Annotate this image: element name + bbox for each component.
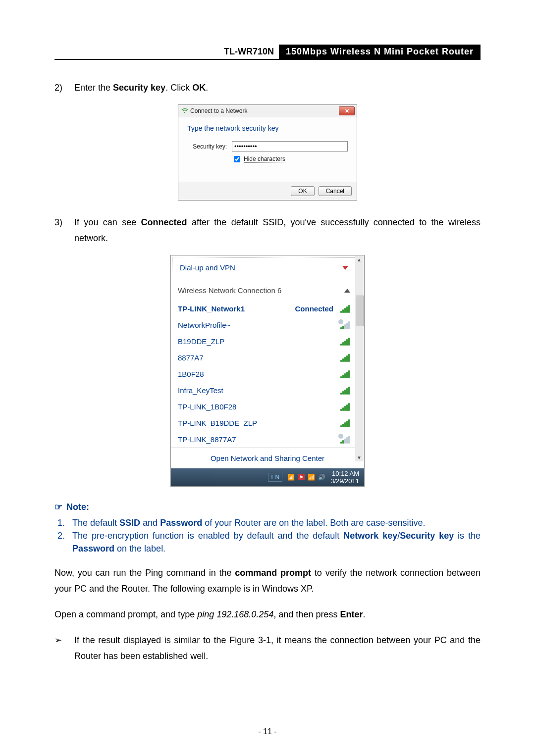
wifi-network-item[interactable]: TP-LINK_Network1Connected <box>171 301 364 317</box>
signal-strength-icon <box>340 321 350 329</box>
language-indicator[interactable]: EN <box>268 473 282 482</box>
dialup-section[interactable]: Dial-up and VPN <box>172 257 363 278</box>
bullet-item: ➢ If the result displayed is similar to … <box>54 632 481 664</box>
security-key-label: Security key: <box>187 143 227 150</box>
note-number: 2. <box>57 529 72 555</box>
pointing-hand-icon: ☞ <box>54 502 62 512</box>
signal-strength-icon <box>340 419 350 427</box>
step-number: 3) <box>54 214 74 246</box>
volume-icon: 🔊 <box>318 474 325 481</box>
cancel-button[interactable]: Cancel <box>319 186 352 196</box>
model-description: 150Mbps Wireless N Mini Pocket Router <box>279 45 481 59</box>
bullet-mark: ➢ <box>54 632 74 664</box>
paragraph: Now, you can run the Ping command in the… <box>54 565 481 597</box>
connection-status: Connected <box>295 304 333 313</box>
note-text: The pre-encryption function is enabled b… <box>72 529 481 555</box>
wifi-network-item[interactable]: NetworkProfile~ <box>171 317 364 333</box>
close-icon[interactable]: ✕ <box>339 106 355 115</box>
signal-strength-icon <box>340 338 350 346</box>
paragraph: Open a command prompt, and type ping 192… <box>54 606 481 622</box>
ssid-label: TP-LINK_Network1 <box>178 304 245 313</box>
manual-header: TL-WR710N 150Mbps Wireless N Mini Pocket… <box>54 45 481 60</box>
scroll-thumb[interactable] <box>356 296 364 326</box>
step-2: 2) Enter the Security key. Click OK. <box>54 80 481 96</box>
ssid-label: Infra_KeyTest <box>178 386 223 395</box>
dialog-title: Connect to a Network <box>190 107 247 114</box>
wifi-network-item[interactable]: 1B0F28 <box>171 366 364 382</box>
scroll-up-icon[interactable]: ▲ <box>357 256 362 263</box>
signal-icon: 📶 <box>308 474 315 481</box>
section-label: Wireless Network Connection 6 <box>178 286 281 295</box>
chevron-up-icon <box>344 289 350 293</box>
ssid-label: 1B0F28 <box>178 370 204 378</box>
open-network-center-link[interactable]: Open Network and Sharing Center <box>171 448 364 468</box>
note-list: 1. The default SSID and Password of your… <box>57 516 481 555</box>
ok-button[interactable]: OK <box>291 186 314 196</box>
page-number: - 11 - <box>0 727 535 736</box>
connect-network-dialog: Connect to a Network ✕ Type the network … <box>178 104 357 201</box>
security-key-input[interactable] <box>232 141 348 151</box>
flag-icon: ⚑ <box>298 474 305 480</box>
signal-strength-icon <box>340 436 350 444</box>
step-text: Enter the Security key. Click OK. <box>74 80 481 96</box>
dialog-instruction: Type the network security key <box>187 124 348 132</box>
wifi-network-item[interactable]: TP-LINK_8877A7 <box>171 431 364 448</box>
wifi-network-item[interactable]: TP-LINK_B19DDE_ZLP <box>171 415 364 431</box>
wifi-network-item[interactable]: Infra_KeyTest <box>171 382 364 399</box>
wlan-section[interactable]: Wireless Network Connection 6 <box>171 280 364 301</box>
note-number: 1. <box>57 516 72 529</box>
step-text: If you can see Connected after the defau… <box>74 214 481 246</box>
signal-strength-icon <box>340 387 350 395</box>
warning-icon <box>338 319 343 324</box>
ssid-label: TP-LINK_B19DDE_ZLP <box>178 419 257 427</box>
wifi-icon <box>181 107 188 114</box>
ssid-label: B19DDE_ZLP <box>178 337 224 346</box>
ssid-label: NetworkProfile~ <box>178 321 230 329</box>
hide-characters-label: Hide characters <box>244 155 285 163</box>
scroll-down-icon[interactable]: ▼ <box>357 454 362 461</box>
hide-characters-checkbox[interactable] <box>234 156 240 162</box>
signal-strength-icon <box>340 370 350 378</box>
scrollbar[interactable]: ▲ ▼ <box>355 256 364 461</box>
model-number: TL-WR710N <box>219 45 279 59</box>
chevron-down-icon <box>342 266 348 270</box>
warning-icon <box>338 434 343 439</box>
note-text: The default SSID and Password of your Ro… <box>72 516 481 529</box>
wifi-network-flyout: ▲ ▼ Dial-up and VPN Wireless Network Con… <box>170 255 365 487</box>
taskbar-clock: 10:12 AM 3/29/2011 <box>330 470 359 485</box>
wifi-network-item[interactable]: 8877A7 <box>171 350 364 366</box>
wifi-network-item[interactable]: B19DDE_ZLP <box>171 333 364 350</box>
note-heading: ☞ Note: <box>54 502 481 512</box>
step-number: 2) <box>54 80 74 96</box>
dialog-titlebar: Connect to a Network ✕ <box>178 105 357 117</box>
step-3: 3) If you can see Connected after the de… <box>54 214 481 246</box>
ssid-label: 8877A7 <box>178 353 204 362</box>
signal-strength-icon <box>340 354 350 362</box>
wifi-network-item[interactable]: TP-LINK_1B0F28 <box>171 399 364 415</box>
ssid-label: TP-LINK_1B0F28 <box>178 403 236 411</box>
signal-icon: 📶 <box>287 474 295 481</box>
ssid-label: TP-LINK_8877A7 <box>178 435 236 444</box>
system-tray: 📶 ⚑ 📶 🔊 <box>287 474 325 481</box>
taskbar: EN 📶 ⚑ 📶 🔊 10:12 AM 3/29/2011 <box>171 468 364 486</box>
section-label: Dial-up and VPN <box>180 263 235 272</box>
bullet-text: If the result displayed is similar to th… <box>74 632 481 664</box>
signal-strength-icon <box>340 403 350 411</box>
signal-strength-icon <box>340 305 350 313</box>
